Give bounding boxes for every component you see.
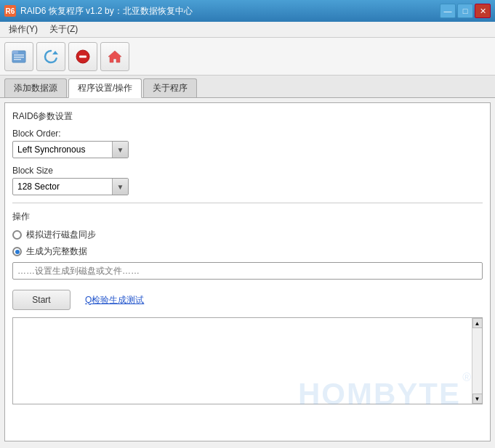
svg-marker-5 bbox=[52, 51, 58, 54]
menu-item-about[interactable]: 关于(Z) bbox=[44, 22, 84, 37]
refresh-icon bbox=[42, 48, 60, 65]
radio-group-simulate: 模拟进行磁盘同步 bbox=[12, 229, 483, 241]
block-order-value: Left Synchronous bbox=[13, 144, 112, 155]
radio-generate[interactable] bbox=[12, 247, 22, 256]
open-icon bbox=[10, 48, 28, 65]
block-order-dropdown[interactable]: Left Synchronous ▼ bbox=[12, 141, 129, 158]
block-size-group: Block Size 128 Sector ▼ bbox=[12, 166, 483, 195]
refresh-button[interactable] bbox=[36, 42, 65, 71]
block-order-arrow: ▼ bbox=[112, 142, 128, 158]
block-size-label: Block Size bbox=[12, 166, 483, 176]
radio-simulate[interactable] bbox=[12, 230, 22, 240]
path-input[interactable] bbox=[12, 262, 483, 280]
stop-icon bbox=[74, 48, 92, 65]
actions-row: Start Q检验生成测试 bbox=[12, 290, 483, 310]
scroll-down-button[interactable]: ▼ bbox=[472, 394, 483, 404]
open-button[interactable] bbox=[4, 42, 33, 71]
home-icon bbox=[106, 48, 124, 65]
block-order-group: Block Order: Left Synchronous ▼ bbox=[12, 129, 483, 158]
svg-rect-7 bbox=[79, 55, 86, 57]
main-content: RAID6参数设置 Block Order: Left Synchronous … bbox=[4, 102, 491, 441]
home-button[interactable] bbox=[100, 42, 129, 71]
svg-rect-3 bbox=[14, 57, 24, 58]
title-bar: R6 RAID6 恢复程序 v1.2 by：北亚数据恢复中心 — □ ✕ bbox=[0, 0, 495, 22]
tab-add-source[interactable]: 添加数据源 bbox=[4, 78, 67, 97]
radio-generate-label: 生成为完整数据 bbox=[26, 245, 87, 258]
operations-section: 操作 模拟进行磁盘同步 生成为完整数据 Start Q检验生成测试 bbox=[12, 211, 483, 310]
minimize-button[interactable]: — bbox=[440, 4, 456, 18]
raid6-settings-section: RAID6参数设置 Block Order: Left Synchronous … bbox=[12, 110, 483, 195]
maximize-button[interactable]: □ bbox=[457, 4, 473, 18]
ops-section-label: 操作 bbox=[12, 211, 483, 223]
svg-rect-1 bbox=[12, 51, 18, 54]
block-size-dropdown[interactable]: 128 Sector ▼ bbox=[12, 178, 129, 195]
app-icon: R6 bbox=[4, 5, 16, 17]
window-controls: — □ ✕ bbox=[440, 4, 491, 18]
window-title: RAID6 恢复程序 v1.2 by：北亚数据恢复中心 bbox=[20, 5, 193, 17]
svg-rect-2 bbox=[14, 54, 24, 56]
radio-simulate-label: 模拟进行磁盘同步 bbox=[26, 229, 96, 241]
start-button[interactable]: Start bbox=[12, 290, 71, 310]
menu-bar: 操作(Y) 关于(Z) bbox=[0, 22, 495, 38]
tab-bar: 添加数据源 程序设置/操作 关于程序 bbox=[0, 76, 495, 98]
scroll-up-button[interactable]: ▲ bbox=[472, 318, 483, 328]
radio-group-generate: 生成为完整数据 bbox=[12, 245, 483, 258]
tab-about[interactable]: 关于程序 bbox=[143, 78, 197, 97]
close-button[interactable]: ✕ bbox=[475, 4, 491, 18]
stop-button[interactable] bbox=[68, 42, 97, 71]
verify-link[interactable]: Q检验生成测试 bbox=[85, 294, 144, 306]
scrollbar[interactable]: ▲ ▼ bbox=[472, 318, 482, 404]
tab-program-settings[interactable]: 程序设置/操作 bbox=[68, 78, 142, 98]
output-area: ▲ ▼ bbox=[12, 317, 483, 404]
svg-rect-4 bbox=[14, 59, 21, 60]
block-size-value: 128 Sector bbox=[13, 182, 112, 192]
separator bbox=[12, 203, 483, 203]
menu-item-operations[interactable]: 操作(Y) bbox=[3, 22, 44, 37]
block-size-arrow: ▼ bbox=[112, 179, 128, 195]
svg-marker-8 bbox=[108, 51, 121, 62]
block-order-label: Block Order: bbox=[12, 129, 483, 139]
raid6-section-label: RAID6参数设置 bbox=[12, 110, 483, 123]
toolbar bbox=[0, 38, 495, 76]
